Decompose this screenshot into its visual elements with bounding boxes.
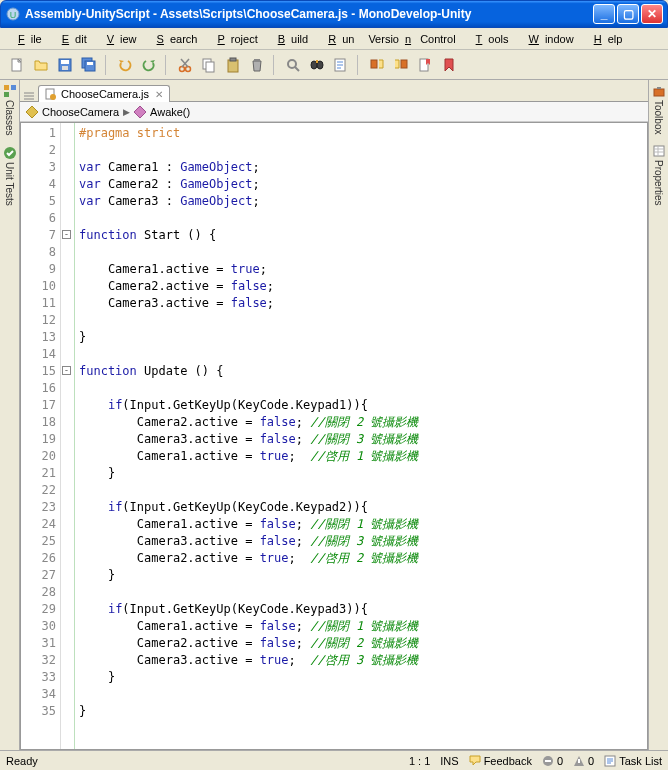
- undo-icon[interactable]: [114, 54, 136, 76]
- save-icon[interactable]: [54, 54, 76, 76]
- maximize-button[interactable]: ▢: [617, 4, 639, 24]
- svg-rect-33: [654, 146, 664, 156]
- svg-rect-35: [545, 760, 551, 762]
- classes-icon: [3, 84, 17, 98]
- toolbox-panel-tab[interactable]: Toolbox: [652, 84, 666, 134]
- cut-icon[interactable]: [174, 54, 196, 76]
- svg-rect-36: [578, 759, 580, 763]
- svg-rect-25: [4, 85, 9, 90]
- tab-label: ChooseCamera.js: [61, 88, 149, 100]
- tasklist-icon: [604, 755, 616, 767]
- svg-rect-13: [228, 60, 238, 72]
- feedback-button[interactable]: Feedback: [469, 755, 532, 767]
- menu-build[interactable]: Build: [266, 31, 314, 47]
- code-editor[interactable]: 1234567891011121314151617181920212223242…: [20, 122, 648, 750]
- file-tab[interactable]: ChooseCamera.js ✕: [38, 85, 170, 102]
- menu-file[interactable]: File: [6, 31, 48, 47]
- menu-run[interactable]: Run: [316, 31, 360, 47]
- svg-point-10: [186, 66, 191, 71]
- menu-version-control[interactable]: Version Control: [362, 31, 461, 47]
- bookmark-icon[interactable]: [438, 54, 460, 76]
- replace-icon[interactable]: [330, 54, 352, 76]
- find-icon[interactable]: [306, 54, 328, 76]
- menu-view[interactable]: View: [95, 31, 143, 47]
- properties-icon: [652, 144, 666, 158]
- class-icon: [26, 106, 38, 118]
- toolbox-icon: [652, 84, 666, 98]
- svg-point-9: [180, 66, 185, 71]
- right-sidebar: Toolbox Properties: [648, 80, 668, 750]
- menu-project[interactable]: Project: [205, 31, 263, 47]
- delete-icon[interactable]: [246, 54, 268, 76]
- nav-back-icon[interactable]: [366, 54, 388, 76]
- close-button[interactable]: ✕: [641, 4, 663, 24]
- menu-search[interactable]: Search: [145, 31, 204, 47]
- breadcrumb: ChooseCamera ▶ Awake(): [20, 102, 648, 122]
- tab-close-icon[interactable]: ✕: [155, 89, 163, 100]
- svg-rect-26: [11, 85, 16, 90]
- tab-list-icon[interactable]: [24, 91, 38, 101]
- save-all-icon[interactable]: [78, 54, 100, 76]
- warning-count[interactable]: 0: [573, 755, 594, 767]
- redo-icon[interactable]: [138, 54, 160, 76]
- svg-rect-32: [657, 87, 661, 89]
- titlebar: U Assembly-UnityScript - Assets\Scripts\…: [0, 0, 668, 28]
- svg-rect-12: [206, 62, 214, 72]
- breadcrumb-method[interactable]: Awake(): [150, 106, 190, 118]
- new-file-icon[interactable]: [6, 54, 28, 76]
- menu-edit[interactable]: Edit: [50, 31, 93, 47]
- status-text: Ready: [6, 755, 38, 767]
- menu-window[interactable]: Window: [517, 31, 580, 47]
- svg-rect-22: [371, 60, 377, 68]
- svg-rect-5: [62, 66, 68, 70]
- paste-icon[interactable]: [222, 54, 244, 76]
- window-title: Assembly-UnityScript - Assets\Scripts\Ch…: [25, 7, 593, 21]
- feedback-icon: [469, 755, 481, 767]
- tab-bar: ChooseCamera.js ✕: [20, 80, 648, 102]
- classes-panel-tab[interactable]: Classes: [3, 84, 17, 136]
- svg-rect-23: [401, 60, 407, 68]
- unit-tests-icon: [3, 146, 17, 160]
- minimize-button[interactable]: _: [593, 4, 615, 24]
- unit-tests-panel-tab[interactable]: Unit Tests: [3, 146, 17, 206]
- error-icon: [542, 755, 554, 767]
- app-icon: U: [5, 6, 21, 22]
- zoom-icon[interactable]: [282, 54, 304, 76]
- svg-point-16: [288, 60, 296, 68]
- task-list-button[interactable]: Task List: [604, 755, 662, 767]
- copy-icon[interactable]: [198, 54, 220, 76]
- svg-rect-27: [4, 92, 9, 97]
- menubar: FileEditViewSearchProjectBuildRunVersion…: [0, 28, 668, 50]
- warning-icon: [573, 755, 585, 767]
- svg-text:U: U: [10, 10, 17, 20]
- toolbar: [0, 50, 668, 80]
- error-count[interactable]: 0: [542, 755, 563, 767]
- menu-help[interactable]: Help: [582, 31, 629, 47]
- statusbar: Ready 1 : 1 INS Feedback 0 0 Task List: [0, 750, 668, 770]
- breadcrumb-class[interactable]: ChooseCamera: [42, 106, 119, 118]
- insert-mode: INS: [440, 755, 458, 767]
- svg-rect-31: [654, 89, 664, 96]
- method-icon: [134, 106, 146, 118]
- chevron-right-icon: ▶: [123, 107, 130, 117]
- bookmark-toggle-icon[interactable]: [414, 54, 436, 76]
- left-sidebar: Classes Unit Tests: [0, 80, 20, 750]
- svg-rect-15: [254, 59, 260, 61]
- properties-panel-tab[interactable]: Properties: [652, 144, 666, 206]
- file-icon: [45, 88, 57, 100]
- fold-column[interactable]: --: [61, 123, 75, 749]
- code-body[interactable]: #pragma strictvar Camera1 : GameObject;v…: [75, 123, 647, 749]
- nav-fwd-icon[interactable]: [390, 54, 412, 76]
- svg-rect-8: [87, 62, 93, 65]
- svg-line-17: [295, 67, 299, 71]
- svg-rect-14: [230, 58, 236, 61]
- svg-rect-4: [61, 60, 69, 64]
- menu-tools[interactable]: Tools: [464, 31, 515, 47]
- open-folder-icon[interactable]: [30, 54, 52, 76]
- line-gutter: 1234567891011121314151617181920212223242…: [21, 123, 61, 749]
- cursor-position: 1 : 1: [409, 755, 430, 767]
- svg-point-30: [50, 94, 56, 100]
